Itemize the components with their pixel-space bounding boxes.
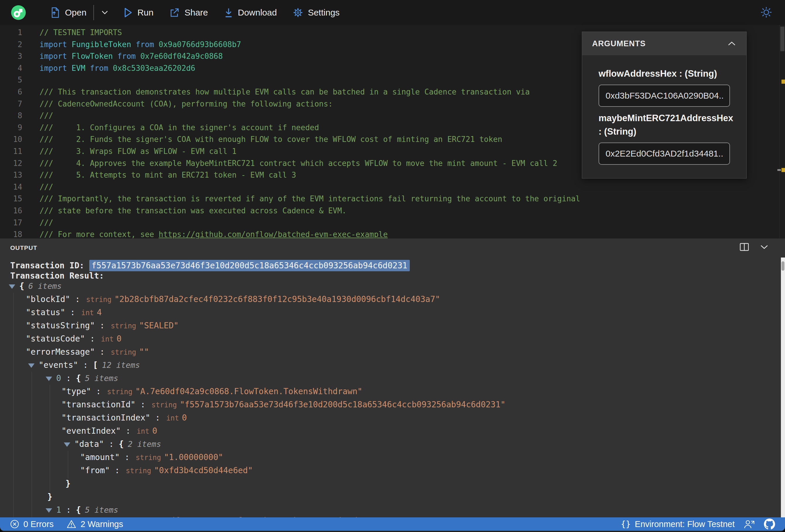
json-close-event0: } (47, 491, 52, 503)
download-icon (224, 7, 233, 18)
gear-icon (293, 7, 303, 18)
collapse-triangle-icon[interactable] (64, 442, 70, 447)
json-row-statusString: "statusString" : string"SEALED" (26, 320, 179, 332)
indent-guide (14, 293, 14, 517)
environment-status[interactable]: {} Environment: Flow Testnet (621, 520, 735, 529)
open-dropdown-button[interactable] (98, 7, 112, 18)
json-row-data: "data" : {2 items (64, 438, 161, 450)
braces-icon: {} (621, 520, 631, 529)
json-root-row: {6 items (9, 280, 62, 292)
share-label: Share (184, 8, 208, 18)
json-row-from: "from" : string"0xfd3b4cd50d44e6ed" (80, 465, 253, 476)
json-row-amount: "amount" : string"1.00000000" (80, 452, 223, 463)
arg-label-maybeMintERC721AddressHex: maybeMintERC721AddressHex : (String) (599, 111, 730, 138)
error-circle-icon (10, 520, 19, 529)
open-label: Open (65, 8, 86, 18)
arg-label-wflowAddressHex: wflowAddressHex : (String) (599, 67, 730, 80)
json-row-transactionId: "transactionId" : string"f557a1573b76aa5… (61, 399, 505, 410)
json-row-statusCode: "statusCode" : int0 (26, 333, 122, 345)
arguments-header[interactable]: ARGUMENTS (582, 32, 746, 55)
json-row-event0: 0 : {5 items (46, 373, 118, 384)
share-button[interactable]: Share (165, 5, 212, 20)
collapse-triangle-icon[interactable] (9, 284, 15, 289)
arguments-body: wflowAddressHex : (String) maybeMintERC7… (582, 55, 746, 178)
arg-input-maybeMintERC721AddressHex[interactable] (599, 143, 730, 165)
warning-overview-mark (782, 80, 785, 84)
collapse-triangle-icon[interactable] (28, 363, 34, 368)
transaction-id-row: Transaction ID: f557a1573b76aa53e73d46f3… (10, 260, 410, 272)
chevron-down-icon (100, 10, 109, 16)
indent-guide (68, 451, 68, 478)
toolbar-divider (93, 5, 94, 20)
code-line-16: 16/// state before the transaction was e… (0, 205, 785, 217)
json-row-transactionIndex: "transactionIndex" : int0 (61, 412, 187, 424)
arg-input-wflowAddressHex[interactable] (599, 84, 730, 107)
warnings-status[interactable]: 2 Warnings (67, 520, 123, 529)
output-scrollbar-track[interactable] (781, 257, 785, 517)
split-editor-icon[interactable] (739, 243, 749, 251)
warnings-count: 2 Warnings (80, 520, 123, 529)
transaction-result-row: Transaction Result: (10, 270, 104, 282)
indent-guide (50, 385, 50, 491)
download-button[interactable]: Download (220, 5, 281, 20)
flow-logo-icon (11, 5, 26, 20)
json-row-type: "type" : string"A.7e60df042a9c0868.FlowT… (61, 386, 362, 397)
collapse-triangle-icon[interactable] (46, 377, 52, 381)
arguments-title: ARGUMENTS (592, 39, 646, 48)
collapse-output-chevron-icon[interactable] (759, 244, 769, 250)
run-label: Run (137, 8, 153, 18)
errors-status[interactable]: 0 Errors (10, 520, 54, 529)
app-window: Open Run Sha (0, 0, 785, 532)
open-file-icon (50, 7, 60, 18)
status-bar: 0 Errors 2 Warnings {} Environment: Flow… (0, 517, 785, 531)
code-line-17: 17/// (0, 217, 785, 229)
output-scrollbar-thumb[interactable] (782, 261, 784, 271)
editor-scrollbar-thumb[interactable] (780, 27, 784, 51)
share-icon (169, 7, 180, 18)
json-close-data: } (66, 478, 71, 489)
transaction-id-value: f557a1573b76aa53e73d46f3e10d200d5c18a653… (89, 260, 410, 271)
toolbar: Open Run Sha (0, 0, 785, 25)
feedback-person-icon[interactable] (743, 519, 755, 529)
code-line-14: 14/// (0, 181, 785, 193)
warning-overview-mark (782, 168, 785, 172)
settings-button[interactable]: Settings (288, 5, 344, 20)
json-row-errorMessage: "errorMessage" : string"" (26, 346, 149, 358)
json-row-event1: 1 : {5 items (46, 504, 118, 516)
code-line-18: 18/// For more context, see https://gith… (0, 229, 785, 238)
json-row-eventIndex: "eventIndex" : int0 (61, 425, 157, 437)
environment-label: Environment: Flow Testnet (635, 520, 735, 529)
download-label: Download (238, 8, 277, 18)
settings-label: Settings (308, 8, 339, 18)
json-row-events: "events" : [12 items (28, 359, 140, 371)
code-line-15: 15/// Importantly, the transaction is re… (0, 193, 785, 205)
run-button[interactable]: Run (120, 5, 157, 20)
play-icon (124, 8, 133, 18)
json-row-blockId: "blockId" : string"2b28cbfb87da2cfec4f02… (26, 294, 440, 305)
light-mode-toggle-icon[interactable] (759, 5, 773, 19)
output-title: OUTPUT (10, 244, 37, 251)
output-panel: OUTPUT Transaction ID: f557a1573b76aa53e… (0, 238, 785, 517)
github-icon[interactable] (764, 518, 775, 530)
warning-triangle-icon (67, 520, 76, 529)
json-row-status: "status" : int4 (26, 307, 102, 319)
open-button[interactable]: Open (46, 5, 91, 21)
chevron-up-icon[interactable] (727, 41, 736, 47)
github-example-link[interactable]: https://github.com/onflow/batched-evm-ex… (159, 230, 388, 238)
errors-count: 0 Errors (23, 520, 54, 529)
overview-ruler-mark (777, 169, 781, 171)
arguments-panel: ARGUMENTS wflowAddressHex : (String) may… (582, 32, 746, 178)
collapse-triangle-icon[interactable] (46, 508, 52, 513)
